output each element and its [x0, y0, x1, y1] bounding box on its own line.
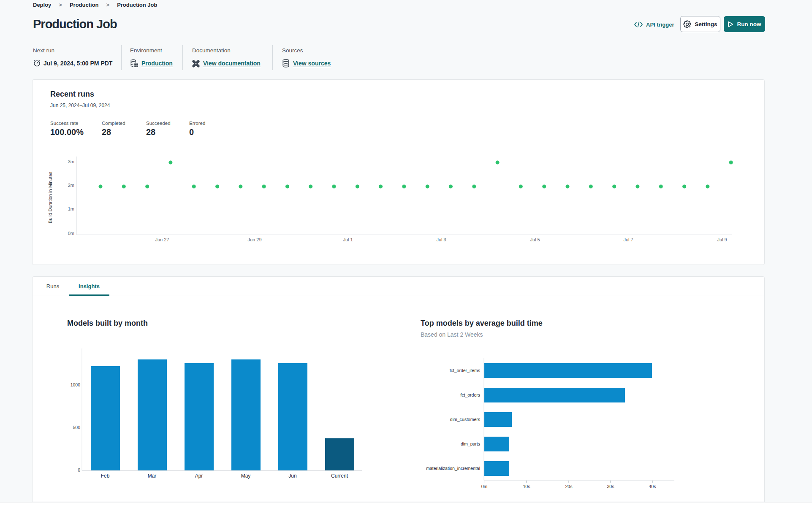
svg-text:May: May: [241, 473, 251, 479]
svg-text:30s: 30s: [607, 484, 614, 489]
svg-text:Feb: Feb: [101, 473, 110, 479]
svg-text:10s: 10s: [523, 484, 530, 489]
svg-text:500: 500: [73, 425, 80, 430]
svg-text:0m: 0m: [481, 484, 488, 489]
svg-text:Jul 7: Jul 7: [623, 237, 633, 242]
svg-text:Jul 5: Jul 5: [530, 237, 540, 242]
svg-text:Jun 27: Jun 27: [155, 237, 169, 242]
svg-text:Jul 9: Jul 9: [717, 237, 727, 242]
svg-text:Current: Current: [331, 473, 348, 479]
svg-text:Mar: Mar: [148, 473, 157, 479]
svg-text:0m: 0m: [68, 231, 74, 236]
svg-text:0: 0: [78, 467, 80, 473]
svg-text:1m: 1m: [68, 206, 74, 211]
svg-text:fct_orders: fct_orders: [460, 392, 480, 397]
svg-text:1000: 1000: [71, 382, 81, 387]
svg-text:Build Duration in Minutes: Build Duration in Minutes: [48, 171, 53, 223]
svg-text:materialization_incremental: materialization_incremental: [426, 466, 480, 471]
svg-text:3m: 3m: [68, 159, 74, 164]
svg-text:fct_order_items: fct_order_items: [450, 368, 480, 373]
svg-text:Jul 1: Jul 1: [343, 237, 353, 242]
svg-text:Jun: Jun: [288, 473, 296, 479]
svg-text:Jul 3: Jul 3: [436, 237, 446, 242]
svg-text:Jun 29: Jun 29: [247, 237, 261, 242]
svg-text:dim_parts: dim_parts: [461, 441, 480, 446]
svg-text:40s: 40s: [649, 484, 656, 489]
svg-text:20s: 20s: [565, 484, 573, 489]
svg-text:dim_customers: dim_customers: [450, 417, 480, 422]
svg-text:Apr: Apr: [195, 473, 203, 479]
svg-text:2m: 2m: [68, 183, 74, 188]
